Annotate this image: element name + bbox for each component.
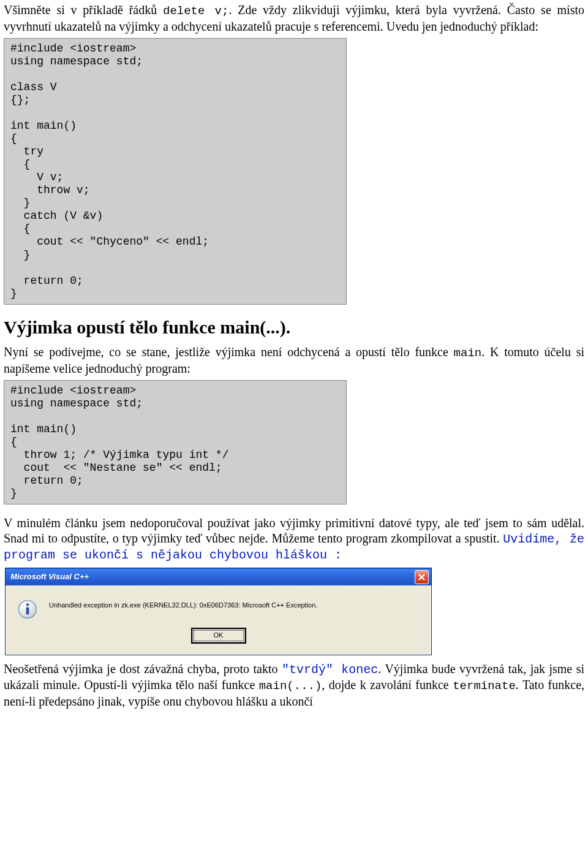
svg-rect-2 — [26, 607, 29, 615]
paragraph-4: Neošetřená výjimka je dost závažná chyba… — [4, 661, 584, 709]
p4-text-a: Neošetřená výjimka je dost závažná chyba… — [4, 662, 282, 676]
p4-code3: terminate — [453, 679, 516, 693]
paragraph-3: V minulém článku jsem nedoporučoval použ… — [4, 516, 584, 563]
p1-text-a: Všimněte si v příkladě řádků — [4, 3, 163, 17]
section-heading: Výjimka opustí tělo funkce main(...). — [4, 316, 584, 339]
error-dialog: Microsoft Visual C++ — [5, 568, 432, 655]
p4-code2: main(...) — [259, 679, 322, 693]
dialog-message: Unhandled exception in zk.exe (KERNEL32.… — [49, 598, 317, 610]
ok-button[interactable]: OK — [192, 628, 246, 643]
code-block-2: #include <iostream> using namespace std;… — [4, 380, 347, 504]
info-icon — [17, 599, 38, 620]
p2-text-a: Nyní se podívejme, co se stane, jestliže… — [4, 345, 454, 359]
code-block-1: #include <iostream> using namespace std;… — [4, 38, 347, 305]
p3-text-a: V minulém článku jsem nedoporučoval použ… — [4, 516, 584, 545]
paragraph-1: Všimněte si v příkladě řádků delete v;. … — [4, 2, 584, 34]
svg-point-1 — [26, 603, 29, 606]
p2-code: main — [454, 346, 482, 360]
p4-text-c: , dojde k zavolání funkce — [322, 678, 453, 691]
p1-code: delete v; — [163, 4, 228, 18]
dialog-title: Microsoft Visual C++ — [10, 572, 89, 582]
paragraph-2: Nyní se podívejme, co se stane, jestliže… — [4, 345, 584, 376]
dialog-titlebar[interactable]: Microsoft Visual C++ — [6, 568, 431, 585]
p4-code1: "tvrdý" konec — [282, 663, 378, 677]
close-icon[interactable] — [415, 570, 429, 584]
